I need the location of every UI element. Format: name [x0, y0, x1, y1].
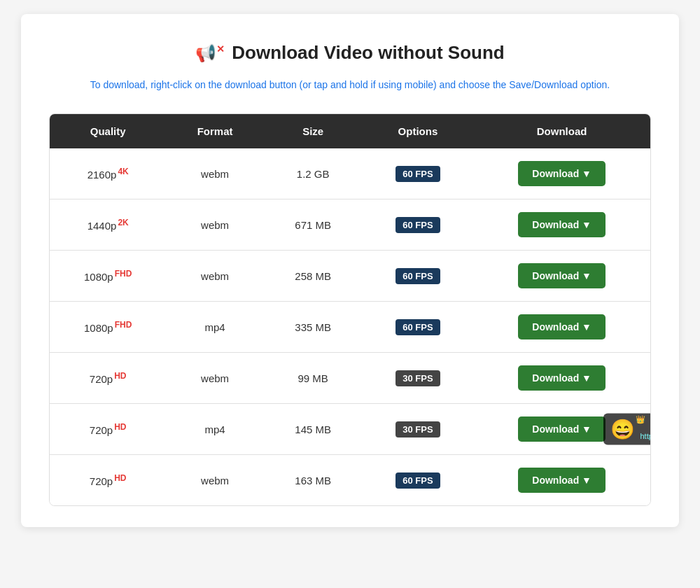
quality-cell: 2160p4K — [50, 148, 166, 200]
fps-badge: 60 FPS — [396, 268, 440, 284]
table-row: 1080pFHDwebm258 MB60 FPSDownload ▼ — [50, 251, 650, 302]
quality-label: 720p — [90, 475, 113, 487]
quality-label: 2160p — [88, 169, 117, 181]
fps-badge: 60 FPS — [396, 319, 440, 335]
format-cell: webm — [166, 455, 263, 506]
quality-badge: 4K — [118, 167, 128, 176]
quality-label: 1080p — [84, 322, 113, 334]
download-button[interactable]: Download ▼ — [518, 365, 606, 391]
size-cell: 145 MB — [264, 404, 363, 455]
options-cell: 60 FPS — [363, 148, 474, 200]
quality-badge: HD — [114, 473, 126, 483]
download-button[interactable]: Download ▼ — [518, 468, 606, 493]
quality-cell: 720pHD — [50, 404, 166, 455]
size-cell: 258 MB — [264, 251, 363, 302]
options-cell: 30 FPS — [363, 353, 474, 404]
quality-cell: 720pHD — [50, 455, 166, 506]
quality-cell: 1440p2K — [50, 200, 166, 251]
options-cell: 30 FPS — [363, 404, 474, 455]
quality-badge: FHD — [115, 320, 132, 330]
format-cell: webm — [166, 200, 263, 251]
table-row: 2160p4Kwebm1.2 GB60 FPSDownload ▼ — [50, 148, 650, 200]
table-row: 720pHDmp4145 MB30 FPSDownload ▼😄👑國際王阿達ht… — [50, 404, 650, 455]
size-cell: 99 MB — [264, 353, 363, 404]
quality-label: 1440p — [88, 220, 117, 232]
fps-badge: 60 FPS — [396, 166, 440, 182]
size-cell: 163 MB — [264, 455, 363, 506]
quality-badge: HD — [114, 422, 126, 432]
download-cell: Download ▼ — [473, 200, 650, 251]
quality-badge: HD — [114, 371, 126, 381]
quality-badge: 2K — [118, 218, 128, 227]
fps-badge: 60 FPS — [396, 217, 440, 233]
size-cell: 1.2 GB — [264, 148, 363, 200]
download-button[interactable]: Download ▼ — [518, 416, 606, 442]
fps-badge: 60 FPS — [396, 472, 440, 489]
col-size: Size — [264, 114, 363, 148]
table-row: 1080pFHDmp4335 MB60 FPSDownload ▼ — [50, 302, 650, 353]
quality-cell: 720pHD — [50, 353, 166, 404]
fps-badge: 30 FPS — [396, 370, 440, 386]
download-table-wrapper: Quality Format Size Options Download 216… — [49, 113, 651, 506]
col-options: Options — [363, 114, 474, 148]
download-cell: Download ▼ — [473, 353, 650, 404]
download-button[interactable]: Download ▼ — [518, 263, 606, 288]
crown-icon: 👑 — [636, 415, 645, 424]
page-title: 📢✕ Download Video without Sound — [49, 42, 651, 64]
download-cell: Download ▼ — [473, 251, 650, 302]
fps-badge: 30 FPS — [396, 421, 440, 438]
format-cell: mp4 — [166, 302, 263, 353]
mute-icon: 📢✕ — [195, 43, 225, 63]
download-cell: Download ▼ — [473, 148, 650, 200]
format-cell: mp4 — [166, 404, 263, 455]
quality-label: 720p — [90, 373, 113, 385]
download-cell: Download ▼😄👑國際王阿達http://www.kocpc.com.tw — [473, 404, 650, 455]
download-button[interactable]: Download ▼ — [518, 161, 606, 186]
format-cell: webm — [166, 353, 263, 404]
table-row: 1440p2Kwebm671 MB60 FPSDownload ▼ — [50, 200, 650, 251]
col-quality: Quality — [50, 114, 166, 148]
instruction-text: To download, right-click on the download… — [49, 78, 651, 92]
table-row: 720pHDwebm163 MB60 FPSDownload ▼ — [50, 455, 650, 506]
table-header-row: Quality Format Size Options Download — [50, 114, 650, 148]
table-row: 720pHDwebm99 MB30 FPSDownload ▼ — [50, 353, 650, 404]
quality-badge: FHD — [115, 269, 132, 279]
size-cell: 335 MB — [264, 302, 363, 353]
download-button[interactable]: Download ▼ — [518, 212, 606, 237]
col-format: Format — [166, 114, 263, 148]
options-cell: 60 FPS — [363, 251, 474, 302]
format-cell: webm — [166, 148, 263, 200]
main-card: 📢✕ Download Video without Sound To downl… — [21, 14, 679, 527]
download-cell: Download ▼ — [473, 302, 650, 353]
download-cell: Download ▼ — [473, 455, 650, 506]
download-table: Quality Format Size Options Download 216… — [50, 114, 650, 505]
watermark-emoji: 😄 — [610, 419, 635, 440]
col-download: Download — [473, 114, 650, 148]
quality-label: 1080p — [84, 271, 113, 283]
download-button[interactable]: Download ▼ — [518, 314, 606, 340]
size-cell: 671 MB — [264, 200, 363, 251]
quality-cell: 1080pFHD — [50, 302, 166, 353]
watermark-overlay: 😄👑國際王阿達http://www.kocpc.com.tw — [603, 414, 652, 445]
quality-cell: 1080pFHD — [50, 251, 166, 302]
options-cell: 60 FPS — [363, 200, 474, 251]
quality-label: 720p — [90, 424, 113, 436]
options-cell: 60 FPS — [363, 302, 474, 353]
format-cell: webm — [166, 251, 263, 302]
watermark-site: http://www.kocpc.com.tw — [640, 431, 652, 440]
options-cell: 60 FPS — [363, 455, 474, 506]
